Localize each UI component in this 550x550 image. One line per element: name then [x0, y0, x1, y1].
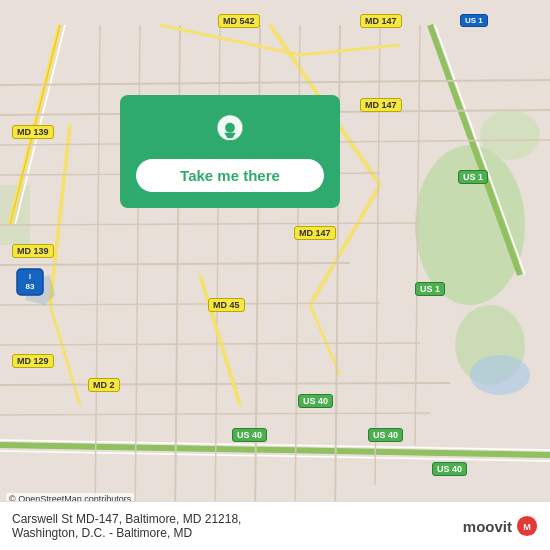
svg-text:83: 83: [26, 282, 35, 291]
svg-point-5: [470, 355, 530, 395]
location-pin-icon: [212, 113, 248, 149]
road-badge-us40-3: US 40: [368, 428, 403, 442]
svg-point-1: [415, 145, 525, 305]
moovit-logo-text: moovit: [463, 518, 512, 535]
road-badge-us1-lower: US 1: [415, 282, 445, 296]
road-badge-i83: I 83: [16, 268, 44, 296]
road-badge-md542: MD 542: [218, 14, 260, 28]
moovit-logo-icon: M: [516, 515, 538, 537]
road-badge-us40-2: US 40: [232, 428, 267, 442]
road-badge-us1-mid: US 1: [458, 170, 488, 184]
svg-point-47: [225, 123, 235, 133]
road-badge-md129: MD 129: [12, 354, 54, 368]
road-badge-md139-mid: MD 139: [12, 244, 54, 258]
road-badge-md45: MD 45: [208, 298, 245, 312]
road-badge-md147-2: MD 147: [360, 98, 402, 112]
popup-overlay: Take me there: [120, 95, 340, 208]
road-badge-us40-4: US 40: [432, 462, 467, 476]
moovit-logo: moovit M: [463, 515, 538, 537]
address-text: Carswell St MD-147, Baltimore, MD 21218,…: [12, 512, 463, 540]
take-me-there-button[interactable]: Take me there: [136, 159, 324, 192]
svg-text:I: I: [29, 273, 31, 280]
road-badge-us1-top: US 1: [460, 14, 488, 27]
road-badge-md147-top: MD 147: [360, 14, 402, 28]
road-badge-md2: MD 2: [88, 378, 120, 392]
map-container: MD 542 MD 147 US 1 MD 147 MD 139 MD 641 …: [0, 0, 550, 550]
map-background: [0, 0, 550, 550]
road-badge-md139-top: MD 139: [12, 125, 54, 139]
svg-point-4: [480, 110, 540, 160]
road-badge-md147-3: MD 147: [294, 226, 336, 240]
road-badge-us40-1: US 40: [298, 394, 333, 408]
svg-text:M: M: [523, 522, 531, 532]
bottom-bar: Carswell St MD-147, Baltimore, MD 21218,…: [0, 501, 550, 550]
